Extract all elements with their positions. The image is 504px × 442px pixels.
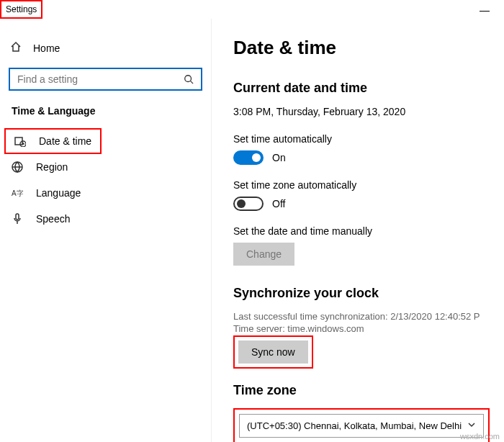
timezone-select[interactable]: (UTC+05:30) Chennai, Kolkata, Mumbai, Ne… bbox=[239, 414, 484, 438]
auto-tz-toggle[interactable] bbox=[233, 197, 264, 211]
svg-line-1 bbox=[191, 81, 194, 84]
sidebar-item-region[interactable]: Region bbox=[7, 154, 204, 180]
sidebar-home[interactable]: Home bbox=[7, 37, 204, 68]
auto-tz-state: Off bbox=[272, 198, 285, 209]
sidebar-item-label: Speech bbox=[36, 213, 70, 225]
home-label: Home bbox=[33, 42, 60, 54]
calendar-clock-icon bbox=[14, 135, 26, 147]
change-button[interactable]: Change bbox=[233, 243, 294, 266]
svg-text:A字: A字 bbox=[12, 189, 23, 197]
manual-label: Set the date and time manually bbox=[233, 225, 490, 237]
sidebar-item-speech[interactable]: Speech bbox=[7, 206, 204, 232]
sync-server: Time server: time.windows.com bbox=[233, 323, 490, 334]
tz-heading: Time zone bbox=[233, 383, 490, 398]
sidebar: Home Time & Language Date & time Region … bbox=[0, 19, 211, 442]
svg-rect-6 bbox=[16, 214, 19, 220]
chevron-down-icon bbox=[467, 420, 476, 431]
microphone-icon bbox=[12, 213, 23, 225]
sidebar-item-label: Region bbox=[36, 161, 68, 173]
auto-time-state: On bbox=[272, 152, 286, 163]
search-input[interactable] bbox=[17, 73, 184, 85]
main-panel: Date & time Current date and time 3:08 P… bbox=[211, 19, 504, 442]
sidebar-item-label: Date & time bbox=[39, 135, 91, 147]
window-title: Settings bbox=[0, 0, 42, 19]
svg-point-0 bbox=[185, 76, 192, 82]
sidebar-item-language[interactable]: A字 Language bbox=[7, 180, 204, 206]
sidebar-item-date-time[interactable]: Date & time bbox=[4, 128, 102, 154]
language-icon: A字 bbox=[12, 187, 23, 199]
section-current: Current date and time bbox=[233, 81, 490, 96]
sync-now-button[interactable]: Sync now bbox=[238, 340, 308, 364]
page-title: Date & time bbox=[233, 37, 490, 59]
minimize-button[interactable]: — bbox=[480, 4, 490, 16]
auto-tz-label: Set time zone automatically bbox=[233, 179, 490, 191]
search-icon bbox=[184, 74, 194, 84]
globe-icon bbox=[12, 161, 23, 173]
current-datetime: 3:08 PM, Thursday, February 13, 2020 bbox=[233, 106, 490, 117]
sync-heading: Synchronize your clock bbox=[233, 286, 490, 301]
home-icon bbox=[10, 41, 22, 55]
auto-time-label: Set time automatically bbox=[233, 133, 490, 145]
sync-last: Last successful time synchronization: 2/… bbox=[233, 311, 490, 322]
search-box[interactable] bbox=[9, 68, 202, 91]
watermark: wsxdn.com bbox=[460, 432, 500, 441]
sidebar-item-label: Language bbox=[36, 187, 81, 199]
timezone-value: (UTC+05:30) Chennai, Kolkata, Mumbai, Ne… bbox=[247, 420, 462, 431]
category-title: Time & Language bbox=[12, 105, 204, 117]
auto-time-toggle[interactable] bbox=[233, 150, 264, 165]
